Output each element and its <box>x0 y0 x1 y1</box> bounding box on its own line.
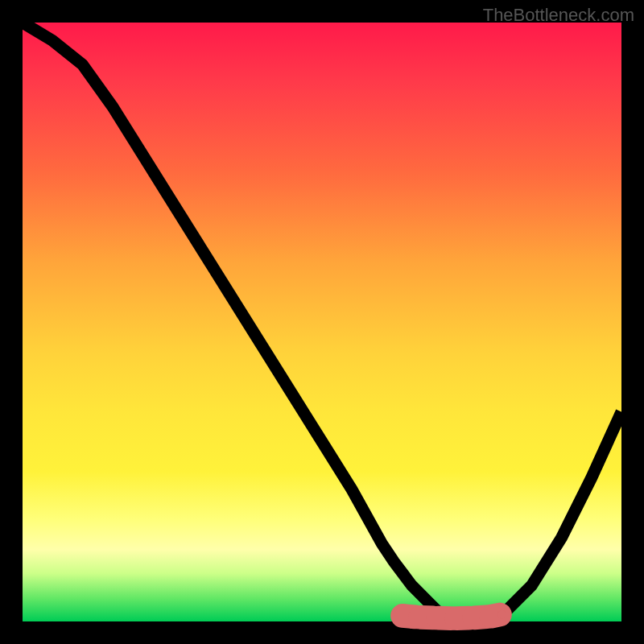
bottleneck-curve <box>23 23 621 620</box>
gradient-plot-area <box>23 23 621 621</box>
watermark-label: TheBottleneck.com <box>483 5 634 26</box>
curve-svg <box>23 23 621 621</box>
optimal-markers <box>396 610 506 623</box>
marker-dot <box>497 610 506 618</box>
